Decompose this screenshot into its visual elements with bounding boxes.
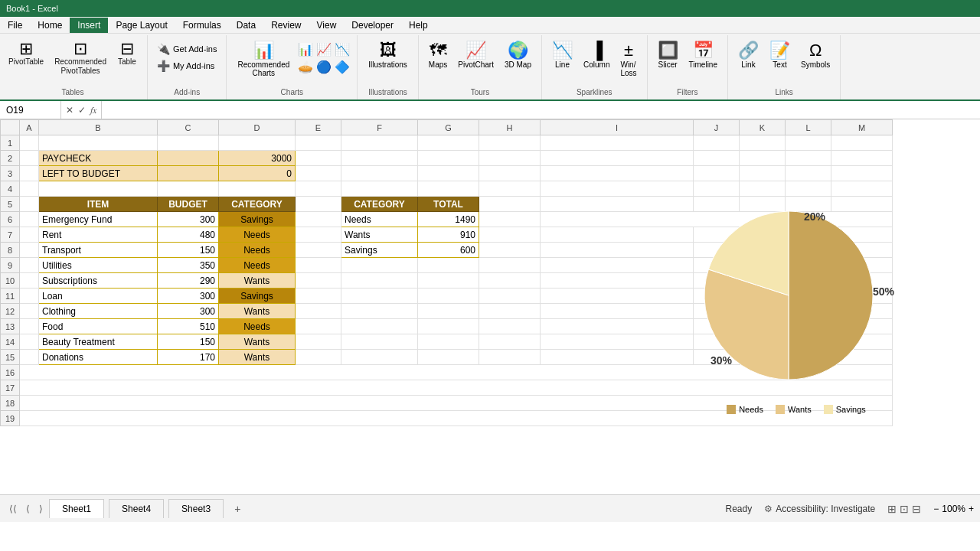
waterfall-chart-icon[interactable]: 🔷 xyxy=(334,59,351,75)
cell-d11-category[interactable]: Savings xyxy=(219,289,296,304)
col-header-k[interactable]: K xyxy=(740,120,786,135)
cell-h10[interactable] xyxy=(479,273,541,289)
cell-g1[interactable] xyxy=(418,135,479,151)
cell-h15[interactable] xyxy=(479,350,541,365)
cell-e13[interactable] xyxy=(296,319,341,334)
cell-e12[interactable] xyxy=(296,304,341,319)
cell-k2[interactable] xyxy=(740,151,786,166)
table-button[interactable]: ⊟ Table xyxy=(113,38,141,69)
cell-e15[interactable] xyxy=(296,350,341,365)
insert-function-icon[interactable]: 𝑓𝑥 xyxy=(90,105,96,116)
line-sparkline-button[interactable]: 📉 Line xyxy=(548,38,577,80)
3dmap-button[interactable]: 🌍 3D Map xyxy=(501,38,535,71)
col-header-m[interactable]: M xyxy=(831,120,893,135)
cell-a15[interactable] xyxy=(20,350,39,365)
cell-c8-budget[interactable]: 150 xyxy=(158,243,219,258)
cell-a9[interactable] xyxy=(20,258,39,273)
cell-g12[interactable] xyxy=(418,304,479,319)
cell-b12-item[interactable]: Clothing xyxy=(39,304,158,319)
page-break-view-icon[interactable]: ⊟ xyxy=(912,503,921,515)
cell-b10-item[interactable]: Subscriptions xyxy=(39,273,158,289)
accessibility-text[interactable]: Accessibility: Investigate xyxy=(776,504,875,514)
col-header-j[interactable]: J xyxy=(694,120,740,135)
column-sparkline-button[interactable]: ▐ Column xyxy=(580,38,613,80)
cell-k3[interactable] xyxy=(740,166,786,181)
col-header-b[interactable]: B xyxy=(39,120,158,135)
cell-h2[interactable] xyxy=(479,151,541,166)
col-header-f[interactable]: F xyxy=(341,120,418,135)
col-header-h[interactable]: H xyxy=(479,120,541,135)
tab-sheet4[interactable]: Sheet4 xyxy=(109,499,164,518)
cell-c1[interactable] xyxy=(158,135,219,151)
cell-e2[interactable] xyxy=(296,151,341,166)
cell-g4[interactable] xyxy=(418,181,479,197)
cell-i3[interactable] xyxy=(541,166,694,181)
cell-e7[interactable] xyxy=(296,227,341,243)
cell-a6[interactable] xyxy=(20,212,39,227)
menu-developer[interactable]: Developer xyxy=(344,18,401,33)
cell-g6-total[interactable]: 1490 xyxy=(418,212,479,227)
cell-g14[interactable] xyxy=(418,334,479,350)
cell-g3[interactable] xyxy=(418,166,479,181)
cell-l1[interactable] xyxy=(786,135,831,151)
cell-e14[interactable] xyxy=(296,334,341,350)
menu-insert[interactable]: Insert xyxy=(70,18,108,33)
col-header-i[interactable]: I xyxy=(541,120,694,135)
cell-a10[interactable] xyxy=(20,273,39,289)
cell-a4[interactable] xyxy=(20,181,39,197)
cell-b9-item[interactable]: Utilities xyxy=(39,258,158,273)
cell-h1[interactable] xyxy=(479,135,541,151)
cell-e4[interactable] xyxy=(296,181,341,197)
cell-l3[interactable] xyxy=(786,166,831,181)
cell-h8[interactable] xyxy=(479,243,541,258)
cell-a3[interactable] xyxy=(20,166,39,181)
cell-b14-item[interactable]: Beauty Treatment xyxy=(39,334,158,350)
cell-j2[interactable] xyxy=(694,151,740,166)
menu-formulas[interactable]: Formulas xyxy=(175,18,229,33)
cell-f8-cat[interactable]: Savings xyxy=(341,243,418,258)
cell-e5[interactable] xyxy=(296,197,341,212)
timeline-button[interactable]: 📅 Timeline xyxy=(685,38,721,71)
cell-f9[interactable] xyxy=(341,258,418,273)
text-button[interactable]: 📝 Text xyxy=(766,38,794,71)
cell-d12-category[interactable]: Wants xyxy=(219,304,296,319)
cell-a8[interactable] xyxy=(20,243,39,258)
col-header-e[interactable]: E xyxy=(296,120,341,135)
cell-d2-value[interactable]: 3000 xyxy=(219,151,296,166)
cell-d9-category[interactable]: Needs xyxy=(219,258,296,273)
normal-view-icon[interactable]: ⊞ xyxy=(887,503,897,515)
cell-f6-cat[interactable]: Needs xyxy=(341,212,418,227)
cell-b11-item[interactable]: Loan xyxy=(39,289,158,304)
cell-j1[interactable] xyxy=(694,135,740,151)
cell-c3[interactable] xyxy=(158,166,219,181)
cell-j3[interactable] xyxy=(694,166,740,181)
cell-b2-paycheck[interactable]: PAYCHECK xyxy=(39,151,158,166)
menu-review[interactable]: Review xyxy=(263,18,309,33)
cell-b13-item[interactable]: Food xyxy=(39,319,158,334)
cell-b8-item[interactable]: Transport xyxy=(39,243,158,258)
pivotchart-button[interactable]: 📈 PivotChart xyxy=(454,38,498,71)
col-header-l[interactable]: L xyxy=(786,120,831,135)
cell-h12[interactable] xyxy=(479,304,541,319)
cell-d13-category[interactable]: Needs xyxy=(219,319,296,334)
cell-a13[interactable] xyxy=(20,319,39,334)
cell-a7[interactable] xyxy=(20,227,39,243)
cell-k1[interactable] xyxy=(740,135,786,151)
confirm-formula-icon[interactable]: ✓ xyxy=(78,105,86,116)
link-button[interactable]: 🔗 Link xyxy=(734,38,763,71)
col-header-g[interactable]: G xyxy=(418,120,479,135)
cell-d5-category-header[interactable]: CATEGORY xyxy=(219,197,296,212)
zoom-in-icon[interactable]: + xyxy=(969,504,974,514)
cell-g5-total-header[interactable]: TOTAL xyxy=(418,197,479,212)
cell-g7-total[interactable]: 910 xyxy=(418,227,479,243)
cell-c5-budget-header[interactable]: BUDGET xyxy=(158,197,219,212)
cell-c14-budget[interactable]: 150 xyxy=(158,334,219,350)
cell-reference-box[interactable]: O19 xyxy=(0,101,61,119)
recommended-charts-button[interactable]: 📊 RecommendedCharts xyxy=(233,38,294,80)
cell-a2[interactable] xyxy=(20,151,39,166)
cell-e10[interactable] xyxy=(296,273,341,289)
add-sheet-button[interactable]: + xyxy=(228,499,247,519)
line-chart-icon[interactable]: 📉 xyxy=(334,41,351,57)
col-header-a[interactable]: A xyxy=(20,120,39,135)
winloss-sparkline-button[interactable]: ± Win/Loss xyxy=(616,38,640,80)
